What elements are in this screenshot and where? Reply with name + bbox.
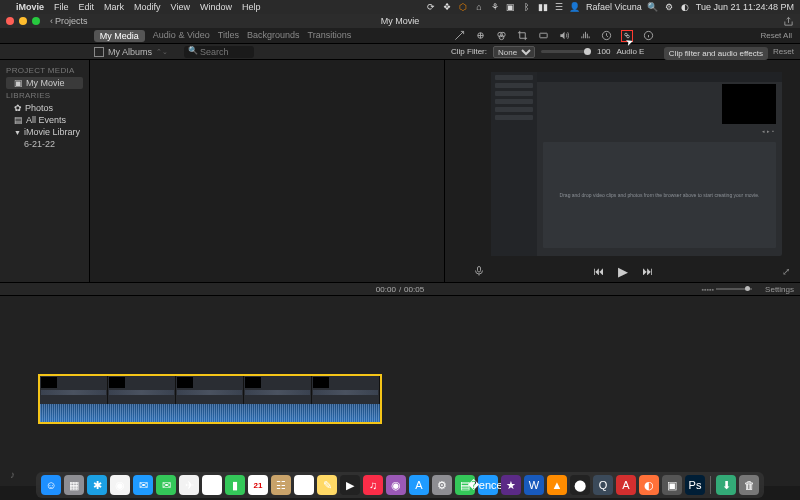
media-browser[interactable] xyxy=(90,60,445,282)
stabilization-icon[interactable] xyxy=(537,30,549,42)
status-icon[interactable]: ⟳ xyxy=(426,2,436,12)
tab-my-media[interactable]: My Media xyxy=(94,30,145,42)
menu-modify[interactable]: Modify xyxy=(134,2,161,12)
status-icon[interactable]: ▣ xyxy=(506,2,516,12)
dock-photoshop[interactable]: Ps xyxy=(685,475,705,495)
timeline[interactable]: ♪ xyxy=(0,296,800,486)
dock-launchpad[interactable]: ▦ xyxy=(64,475,84,495)
play-button[interactable]: ▶ xyxy=(618,264,628,279)
menubar-user[interactable]: Rafael Vicuna xyxy=(586,2,642,12)
clip-filter-select[interactable]: None xyxy=(493,46,535,58)
dock-contacts[interactable]: ☷ xyxy=(271,475,291,495)
dock-appstore[interactable]: A xyxy=(409,475,429,495)
share-button[interactable] xyxy=(783,16,794,27)
menubar-clock[interactable]: Tue Jun 21 11:24:48 PM xyxy=(696,2,794,12)
music-track-icon[interactable]: ♪ xyxy=(10,469,15,480)
control-center-icon[interactable]: ⚙ xyxy=(664,2,674,12)
dock-mail[interactable]: ✉ xyxy=(133,475,153,495)
volume-icon[interactable] xyxy=(558,30,570,42)
wifi-icon[interactable]: ☰ xyxy=(554,2,564,12)
tab-titles[interactable]: Titles xyxy=(218,30,239,42)
dock-quicktime[interactable]: Q xyxy=(593,475,613,495)
menu-view[interactable]: View xyxy=(171,2,190,12)
timeline-settings-button[interactable]: Settings xyxy=(765,285,794,294)
dock-other1[interactable]: ▣ xyxy=(662,475,682,495)
dock-word[interactable]: W xyxy=(524,475,544,495)
menu-mark[interactable]: Mark xyxy=(104,2,124,12)
dock-maps[interactable]: ✈ xyxy=(179,475,199,495)
dock-podcasts[interactable]: ◉ xyxy=(386,475,406,495)
dock-firefox[interactable]: ◐ xyxy=(639,475,659,495)
menu-edit[interactable]: Edit xyxy=(79,2,95,12)
dock-facetime[interactable]: ▮ xyxy=(225,475,245,495)
secondary-row: My Albums ⌃⌄ 🔍 Clip Filter: None 100 Aud… xyxy=(0,44,800,60)
crop-icon[interactable] xyxy=(516,30,528,42)
dock-calendar[interactable]: 21 xyxy=(248,475,268,495)
dock-prefs[interactable]: ⚙ xyxy=(432,475,452,495)
dock-reminders[interactable]: ☰ xyxy=(294,475,314,495)
sidebar-item-my-movie[interactable]: ▣ My Movie xyxy=(6,77,83,89)
speed-icon[interactable] xyxy=(600,30,612,42)
battery-icon[interactable]: ▮▮ xyxy=(538,2,548,12)
status-icon[interactable]: ⚘ xyxy=(490,2,500,12)
preview-viewport[interactable]: ◂▸▪ Drag and drop video clips and photos… xyxy=(491,72,782,256)
dock-vlc[interactable]: ▲ xyxy=(547,475,567,495)
dock-trash[interactable]: 🗑 xyxy=(739,475,759,495)
noise-reduction-icon[interactable] xyxy=(579,30,591,42)
dock-messages[interactable]: ✉ xyxy=(156,475,176,495)
dock-reader[interactable]: A xyxy=(616,475,636,495)
voiceover-button[interactable] xyxy=(473,265,485,277)
dock-chrome[interactable]: ◉ xyxy=(110,475,130,495)
user-icon[interactable]: 👤 xyxy=(570,2,580,12)
info-icon[interactable] xyxy=(642,30,654,42)
status-icon[interactable]: ⌂ xyxy=(474,2,484,12)
dock-safari[interactable]: ✱ xyxy=(87,475,107,495)
sidebar-item-photos[interactable]: ✿ Photos xyxy=(6,102,83,114)
dock-keynote[interactable]: �ences xyxy=(478,475,498,495)
dock-photos[interactable]: ✿ xyxy=(202,475,222,495)
sidebar-item-all-events[interactable]: ▤ All Events xyxy=(6,114,83,126)
albums-selector[interactable]: My Albums ⌃⌄ 🔍 xyxy=(90,46,445,58)
close-button[interactable] xyxy=(6,17,14,25)
status-icon[interactable]: ⬡ xyxy=(458,2,468,12)
clip-filter-audio-effects-button[interactable]: ➤ xyxy=(621,30,633,42)
menu-window[interactable]: Window xyxy=(200,2,232,12)
traffic-lights xyxy=(6,17,40,25)
timecode-total: 00:05 xyxy=(404,285,424,294)
color-correction-icon[interactable] xyxy=(495,30,507,42)
next-button[interactable]: ⏭ xyxy=(642,265,653,277)
dock-tv[interactable]: ▶ xyxy=(340,475,360,495)
menu-help[interactable]: Help xyxy=(242,2,261,12)
dock-downloads[interactable]: ⬇ xyxy=(716,475,736,495)
clip-audio-waveform[interactable] xyxy=(40,404,380,422)
fullscreen-button[interactable]: ⤢ xyxy=(782,266,790,277)
minimize-button[interactable] xyxy=(19,17,27,25)
color-balance-icon[interactable] xyxy=(474,30,486,42)
clip-volume-slider[interactable] xyxy=(541,50,591,53)
zoom-button[interactable] xyxy=(32,17,40,25)
status-icon[interactable]: ❖ xyxy=(442,2,452,12)
dock-notes[interactable]: ✎ xyxy=(317,475,337,495)
spotlight-icon[interactable]: 🔍 xyxy=(648,2,658,12)
reset-all-button[interactable]: Reset All xyxy=(760,31,792,40)
dock-voice[interactable]: ⬤ xyxy=(570,475,590,495)
dock-imovie[interactable]: ★ xyxy=(501,475,521,495)
sidebar-item-imovie-library[interactable]: ▼ iMovie Library xyxy=(6,126,83,138)
projects-back-button[interactable]: ‹ Projects xyxy=(50,16,88,26)
reset-button[interactable]: Reset xyxy=(773,47,794,56)
enhance-icon[interactable] xyxy=(453,30,465,42)
tab-audio-video[interactable]: Audio & Video xyxy=(153,30,210,42)
timeline-clip[interactable] xyxy=(38,374,382,424)
prev-button[interactable]: ⏮ xyxy=(593,265,604,277)
siri-icon[interactable]: ◐ xyxy=(680,2,690,12)
library-sidebar: PROJECT MEDIA ▣ My Movie LIBRARIES ✿ Pho… xyxy=(0,60,90,282)
dock-finder[interactable]: ☺ xyxy=(41,475,61,495)
sidebar-item-event-date[interactable]: 6-21-22 xyxy=(6,138,83,150)
menu-file[interactable]: File xyxy=(54,2,69,12)
app-menu[interactable]: iMovie xyxy=(16,2,44,12)
timeline-zoom-slider[interactable]: ▪▪▪▪▪ xyxy=(702,286,752,293)
tab-transitions[interactable]: Transitions xyxy=(307,30,351,42)
dock-music[interactable]: ♫ xyxy=(363,475,383,495)
bluetooth-icon[interactable]: ᛒ xyxy=(522,2,532,12)
tab-backgrounds[interactable]: Backgrounds xyxy=(247,30,300,42)
